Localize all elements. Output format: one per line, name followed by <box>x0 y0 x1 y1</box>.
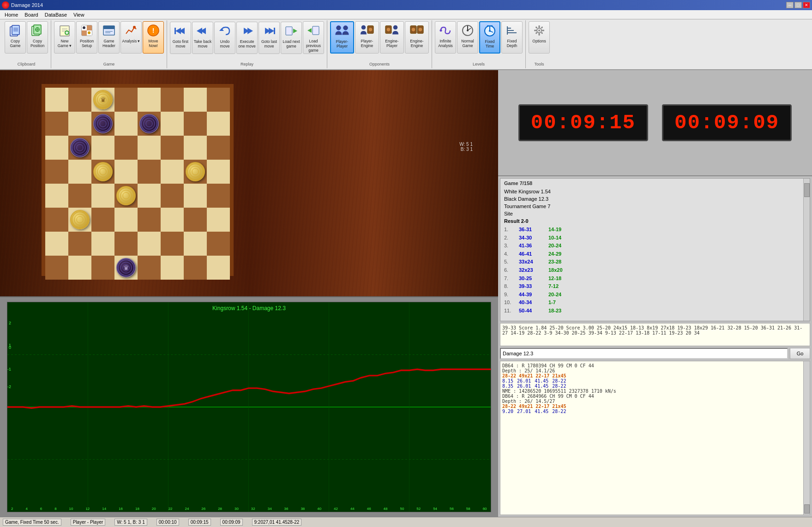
board-cell[interactable] <box>68 232 91 256</box>
execute-one-button[interactable]: Execute one move <box>236 22 258 54</box>
move-row[interactable]: 3.41-3620-24 <box>504 242 806 250</box>
board-cell[interactable] <box>184 88 207 112</box>
board-cell[interactable]: ♛ <box>114 256 138 280</box>
chess-piece[interactable]: ♛ <box>93 90 113 109</box>
menu-view[interactable]: View <box>71 11 87 18</box>
move-white[interactable]: 30-25 <box>519 275 547 283</box>
board-cell[interactable] <box>184 112 207 136</box>
board-cell[interactable] <box>161 136 184 160</box>
move-black[interactable]: 20-24 <box>548 291 561 299</box>
engine-player-button[interactable]: Engine-Player <box>380 21 404 54</box>
board-cell[interactable] <box>161 208 184 232</box>
move-row[interactable]: 12.34-2923x34 <box>504 315 806 317</box>
move-white[interactable]: 50-44 <box>519 307 547 315</box>
move-black[interactable]: 20-24 <box>548 242 561 250</box>
move-black[interactable]: 12-18 <box>548 275 561 283</box>
move-row[interactable]: 8.39-337-12 <box>504 282 806 291</box>
move-white[interactable]: 32x23 <box>519 266 547 275</box>
board-cell[interactable] <box>207 184 230 208</box>
move-black[interactable]: 14-19 <box>548 226 561 234</box>
game-header-button[interactable]: Game Header <box>98 21 120 54</box>
board-cell[interactable] <box>114 208 138 232</box>
normal-game-button[interactable]: Normal Game <box>457 21 478 54</box>
board-cell[interactable] <box>91 136 114 160</box>
board-cell[interactable] <box>68 112 91 136</box>
move-row[interactable]: 1.36-3114-19 <box>504 226 806 234</box>
move-now-button[interactable]: ! Move Now! <box>143 21 164 54</box>
chess-piece[interactable] <box>139 114 159 133</box>
board-cell[interactable] <box>207 136 230 160</box>
chess-piece[interactable] <box>186 162 205 181</box>
go-button[interactable]: Go <box>790 348 810 359</box>
move-row[interactable]: 2.34-3010-14 <box>504 234 806 242</box>
board-cell[interactable] <box>68 88 91 112</box>
move-white[interactable]: 40-34 <box>519 299 547 307</box>
board-cell[interactable] <box>114 184 138 208</box>
board-cell[interactable] <box>68 208 91 232</box>
maximize-button[interactable]: □ <box>794 2 802 8</box>
move-row[interactable]: 11.50-4418-23 <box>504 307 806 315</box>
board-cell[interactable] <box>68 184 91 208</box>
goto-first-button[interactable]: Goto first move <box>170 22 191 54</box>
new-game-button[interactable]: New Game ▾ <box>54 21 75 54</box>
position-setup-button[interactable]: Position Setup <box>76 21 97 54</box>
move-white[interactable]: 46-41 <box>519 250 547 258</box>
take-back-button[interactable]: Take back move <box>192 22 213 54</box>
menu-home[interactable]: Home <box>2 11 21 18</box>
board-cell[interactable] <box>184 256 207 280</box>
move-black[interactable]: 10-14 <box>548 234 561 242</box>
copy-game-button[interactable]: Copy Game <box>5 21 26 54</box>
menu-database[interactable]: DataBase <box>42 11 70 18</box>
board-cell[interactable] <box>161 112 184 136</box>
move-white[interactable]: 39-33 <box>519 282 547 291</box>
move-black[interactable]: 23-28 <box>548 258 561 266</box>
menu-board[interactable]: Board <box>22 11 41 18</box>
move-row[interactable]: 7.30-2512-18 <box>504 275 806 283</box>
board-cell[interactable] <box>114 136 138 160</box>
copy-position-button[interactable]: Copy Position <box>27 21 48 54</box>
player-engine-button[interactable]: Player-Engine <box>355 21 379 54</box>
chess-piece[interactable] <box>93 114 113 133</box>
infinite-analysis-button[interactable]: Infinite Analysis <box>435 21 456 54</box>
move-black[interactable]: 7-12 <box>548 282 559 291</box>
board-cell[interactable] <box>45 160 68 184</box>
board-cell[interactable] <box>184 232 207 256</box>
move-row[interactable]: 6.32x2318x20 <box>504 266 806 275</box>
board-cell[interactable] <box>138 136 161 160</box>
board-cell[interactable] <box>45 136 68 160</box>
board-cell[interactable] <box>161 160 184 184</box>
board-cell[interactable] <box>91 256 114 280</box>
chess-piece[interactable]: ♛ <box>116 258 136 277</box>
board-cell[interactable] <box>138 160 161 184</box>
chess-piece[interactable] <box>70 210 90 229</box>
board-cell[interactable] <box>161 232 184 256</box>
move-row[interactable]: 10.40-341-7 <box>504 299 806 307</box>
chess-board[interactable]: ♛♛ <box>42 84 240 282</box>
board-cell[interactable] <box>45 208 68 232</box>
move-white[interactable]: 34-30 <box>519 234 547 242</box>
board-cell[interactable] <box>91 232 114 256</box>
moves-list[interactable]: 1.36-3114-192.34-3010-143.41-3620-244.46… <box>500 225 810 317</box>
board-cell[interactable] <box>91 208 114 232</box>
load-prev-button[interactable]: Load previous game <box>303 21 324 54</box>
board-cell[interactable] <box>138 88 161 112</box>
engine-engine-button[interactable]: Engine-Engine <box>405 21 429 54</box>
board-cell[interactable] <box>114 160 138 184</box>
board-cell[interactable] <box>207 208 230 232</box>
move-white[interactable]: 41-36 <box>519 242 547 250</box>
board-cell[interactable] <box>91 160 114 184</box>
board-cell[interactable] <box>207 232 230 256</box>
move-black[interactable]: 23x34 <box>548 315 563 317</box>
board-cell[interactable] <box>138 232 161 256</box>
move-white[interactable]: 33x24 <box>519 258 547 266</box>
undo-button[interactable]: Undo move <box>214 22 235 54</box>
fixed-depth-button[interactable]: Fixed Depth <box>501 21 523 54</box>
board-cell[interactable] <box>138 208 161 232</box>
move-row[interactable]: 5.33x2423-28 <box>504 258 806 266</box>
fixed-time-button[interactable]: Fixed Time <box>479 21 500 54</box>
goto-last-button[interactable]: Goto last move <box>259 22 280 54</box>
board-cell[interactable] <box>45 88 68 112</box>
board-cell[interactable] <box>45 232 68 256</box>
scrollbar-thumb[interactable] <box>804 183 810 197</box>
board-cell[interactable] <box>138 256 161 280</box>
